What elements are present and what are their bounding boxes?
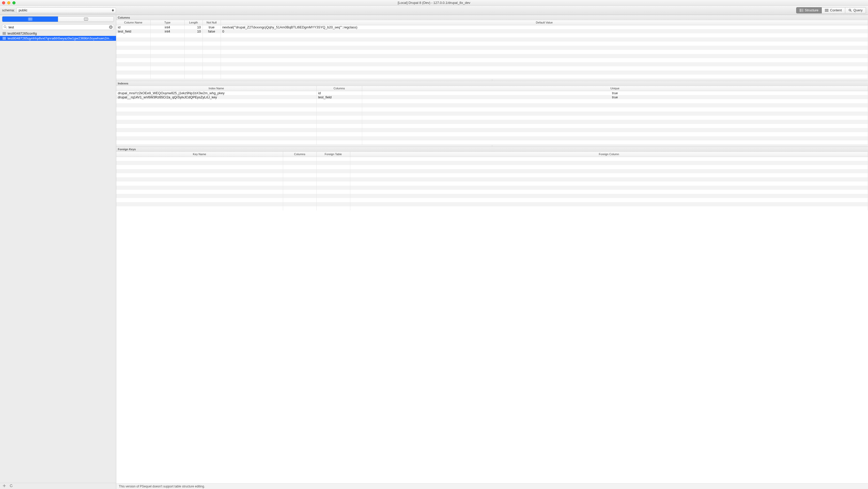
- cell-index-unique: true: [362, 95, 868, 99]
- cell-column-length: 10: [184, 25, 203, 29]
- columns-header-name[interactable]: Column Name: [116, 20, 150, 25]
- svg-line-8: [850, 10, 851, 11]
- cell-column-not-null: false: [203, 29, 221, 33]
- cell-index-columns: id: [316, 91, 362, 95]
- svg-rect-0: [800, 9, 803, 12]
- status-text: This version of PSequel doesn't support …: [119, 485, 205, 488]
- cell-column-type: int4: [150, 29, 184, 33]
- structure-icon: [800, 9, 803, 12]
- columns-header-default[interactable]: Default Value: [221, 20, 868, 25]
- sidebar-bookmarks-tab[interactable]: [58, 17, 114, 22]
- main-panel: Columns Column Name Type Length Not Null…: [116, 15, 868, 489]
- grid-icon: [28, 18, 32, 21]
- cell-column-default: 0: [221, 29, 868, 33]
- table-row[interactable]: test80487265qynhhp6vxt7qnra6th5wyaz0w1gw…: [0, 36, 116, 41]
- table-icon: [3, 32, 6, 35]
- sidebar: ✕ test80487265config test80487265qynhhp6…: [0, 15, 116, 489]
- cell-column-name: test_field: [116, 29, 150, 33]
- indexes-resize-grip[interactable]: ○: [116, 144, 868, 146]
- cell-index-name: drupal__rq14V1_wV6W3Rz65Cr2a_qQrSylvJCdQ…: [116, 95, 316, 99]
- index-row[interactable]: drupal__rq14V1_wV6W3Rz65Cr2a_qQrSylvJCdQ…: [116, 95, 868, 99]
- svg-point-14: [4, 26, 6, 27]
- sidebar-view-toggle: [2, 16, 114, 22]
- cell-index-name: drupal_mraYz2kOEe9_WEQOuynw825_j1ekz9Np1…: [116, 91, 316, 95]
- tab-query-label: Query: [854, 8, 863, 12]
- fk-header-name[interactable]: Key Name: [116, 152, 283, 157]
- svg-point-7: [849, 9, 851, 11]
- column-row[interactable]: test_field int4 10 false 0: [116, 29, 868, 33]
- columns-resize-grip[interactable]: ○: [116, 79, 868, 81]
- window-titlebar: [Local] Drupal 8 (Dev) - 127.0.0.1/drupa…: [0, 0, 868, 6]
- cell-column-default: nextval('"drupal_Z2TdxxxngcjQqhy_51Am0Bq…: [221, 25, 868, 29]
- view-mode-tabs: Structure Content Query: [796, 7, 866, 13]
- fk-header-foreign-table[interactable]: Foreign Table: [316, 152, 350, 157]
- toolbar: schema: public Structure Content Query: [0, 6, 868, 15]
- table-row[interactable]: test80487265config: [0, 31, 116, 36]
- search-input[interactable]: [2, 24, 114, 30]
- tab-structure[interactable]: Structure: [796, 7, 822, 13]
- add-button[interactable]: [3, 484, 6, 488]
- schema-selected-value: public: [19, 8, 27, 12]
- cell-column-not-null: true: [203, 25, 221, 29]
- window-title: [Local] Drupal 8 (Dev) - 127.0.0.1/drupa…: [398, 1, 470, 5]
- cell-column-length: 10: [184, 29, 203, 33]
- indexes-section-header: Indexes: [116, 81, 868, 86]
- svg-rect-9: [28, 18, 32, 21]
- table-name: test80487265qynhhp6vxt7qnra6th5wyaz0w1gw…: [7, 36, 114, 40]
- cell-column-name: id: [116, 25, 150, 29]
- column-row[interactable]: id int4 10 true nextval('"drupal_Z2Tdxxx…: [116, 25, 868, 29]
- table-icon: [3, 37, 6, 40]
- cell-index-unique: true: [362, 91, 868, 95]
- svg-rect-21: [3, 37, 6, 40]
- sidebar-tables-tab[interactable]: [2, 17, 58, 22]
- indexes-header-name[interactable]: Index Name: [116, 86, 316, 91]
- sidebar-footer: [0, 483, 116, 489]
- content-icon: [825, 9, 829, 12]
- search-icon: [4, 25, 7, 29]
- columns-header-type[interactable]: Type: [150, 20, 184, 25]
- foreign-keys-section-header: Foreign Keys: [116, 146, 868, 152]
- minimize-window-button[interactable]: [7, 1, 10, 4]
- cell-index-columns: test_field: [316, 95, 362, 99]
- select-arrows-icon: [112, 8, 115, 12]
- indexes-header-columns[interactable]: Columns: [316, 86, 362, 91]
- tables-list[interactable]: test80487265config test80487265qynhhp6vx…: [0, 31, 116, 483]
- indexes-grid[interactable]: Index Name Columns Unique drupal_mraYz2k…: [116, 86, 868, 144]
- refresh-button[interactable]: [9, 484, 13, 488]
- schema-label: schema:: [2, 8, 15, 12]
- table-name: test80487265config: [7, 32, 37, 35]
- bookmark-icon: [84, 18, 88, 21]
- fk-header-columns[interactable]: Columns: [283, 152, 316, 157]
- columns-header-not-null[interactable]: Not Null: [203, 20, 221, 25]
- svg-line-15: [6, 27, 7, 28]
- index-row[interactable]: drupal_mraYz2kOEe9_WEQOuynw825_j1ekz9Np1…: [116, 91, 868, 95]
- zoom-window-button[interactable]: [12, 1, 16, 4]
- tab-structure-label: Structure: [805, 8, 818, 12]
- fk-header-foreign-column[interactable]: Foreign Column: [350, 152, 868, 157]
- columns-grid[interactable]: Column Name Type Length Not Null Default…: [116, 20, 868, 79]
- tab-query[interactable]: Query: [845, 7, 866, 13]
- tab-content[interactable]: Content: [822, 7, 845, 13]
- svg-rect-16: [3, 32, 6, 35]
- columns-header-length[interactable]: Length: [184, 20, 203, 25]
- query-icon: [848, 9, 852, 12]
- indexes-header-unique[interactable]: Unique: [362, 86, 868, 91]
- cell-column-type: int4: [150, 25, 184, 29]
- close-window-button[interactable]: [2, 1, 5, 4]
- clear-search-button[interactable]: ✕: [109, 25, 113, 29]
- status-bar: This version of PSequel doesn't support …: [116, 483, 868, 489]
- foreign-keys-grid[interactable]: Key Name Columns Foreign Table Foreign C…: [116, 152, 868, 210]
- schema-select[interactable]: public: [16, 7, 116, 13]
- columns-section-header: Columns: [116, 15, 868, 20]
- tab-content-label: Content: [830, 8, 842, 12]
